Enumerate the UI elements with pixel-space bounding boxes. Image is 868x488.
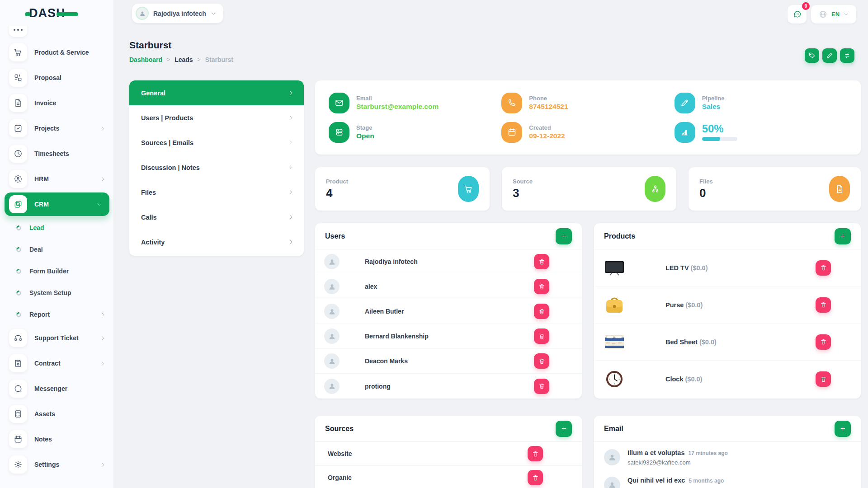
- breadcrumb-dashboard[interactable]: Dashboard: [129, 56, 162, 63]
- info-label: Email: [356, 95, 439, 102]
- tag-icon: [808, 52, 816, 59]
- product-row: Bed Sheet ($0.0): [594, 324, 861, 361]
- info-label: Stage: [356, 124, 374, 131]
- company-avatar: [136, 7, 149, 20]
- add-user-button[interactable]: [556, 228, 572, 244]
- sidebar-item-crm[interactable]: CRM: [5, 192, 109, 216]
- delete-product-button[interactable]: [816, 334, 831, 350]
- chevron-right-icon: [100, 335, 106, 341]
- donut-icon: [15, 246, 22, 253]
- email-row[interactable]: Illum a et voluptas 17 minutes ago satek…: [594, 442, 861, 469]
- trash-icon: [538, 383, 545, 389]
- delete-user-button[interactable]: [534, 379, 549, 394]
- trash-icon: [820, 264, 827, 271]
- email-title: Email: [604, 425, 623, 433]
- user-name: alex: [365, 283, 377, 290]
- lead-phone-value: 8745124521: [529, 103, 568, 111]
- chevron-right-icon: [100, 361, 106, 366]
- edit-button[interactable]: [822, 48, 837, 63]
- sidebar-item-label: Messenger: [34, 385, 67, 392]
- sidebar-scroll[interactable]: Product & Service Proposal Invoice Proje…: [0, 26, 114, 488]
- breadcrumb-leads[interactable]: Leads: [175, 56, 193, 63]
- delete-product-button[interactable]: [816, 260, 831, 276]
- chevron-right-icon: [288, 140, 294, 145]
- user-row: Deacon Marks: [315, 349, 582, 374]
- product-price: ($0.0): [685, 375, 703, 383]
- labels-button[interactable]: [805, 48, 819, 63]
- user-row: protiong: [315, 374, 582, 399]
- delete-user-button[interactable]: [534, 353, 549, 369]
- donut-icon: [15, 224, 22, 231]
- user-name: Rajodiya infotech: [365, 258, 418, 265]
- file-icon: [829, 176, 850, 202]
- company-selector[interactable]: Rajodiya infotech: [132, 4, 223, 23]
- sidebar-item-contract[interactable]: Contract: [0, 351, 114, 376]
- tab-activity[interactable]: Activity: [129, 230, 304, 254]
- language-selector[interactable]: EN: [811, 5, 856, 23]
- product-price: ($0.0): [691, 264, 708, 272]
- delete-product-button[interactable]: [816, 297, 831, 313]
- brand-logo[interactable]: DASH: [29, 6, 66, 20]
- delete-source-button[interactable]: [528, 470, 543, 485]
- user-row: Aileen Butler: [315, 299, 582, 324]
- convert-button[interactable]: [840, 48, 854, 63]
- plus-icon: [840, 425, 846, 432]
- cards-icon: [9, 195, 27, 213]
- sidebar-item-timesheets[interactable]: Timesheets: [0, 141, 114, 166]
- trash-icon: [820, 301, 827, 308]
- sidebar-item-messenger[interactable]: Messenger: [0, 376, 114, 401]
- sidebar-item-proposal[interactable]: Proposal: [0, 65, 114, 90]
- sidebar-subitem-system-setup[interactable]: System Setup: [0, 282, 114, 304]
- user-avatar: [324, 379, 340, 394]
- product-name: Clock ($0.0): [665, 375, 702, 383]
- note-calendar-icon: [9, 430, 27, 448]
- source-row: Organic: [315, 466, 582, 488]
- tab-calls[interactable]: Calls: [129, 205, 304, 230]
- sidebar-subitem-label: Form Builder: [29, 267, 69, 275]
- stat-card-product: Product 4: [315, 167, 490, 211]
- tab-users-products[interactable]: Users | Products: [129, 105, 304, 130]
- sidebar-item-settings[interactable]: Settings: [0, 452, 114, 477]
- pencil-icon: [826, 52, 833, 59]
- products-header: Products: [594, 223, 861, 249]
- product-row: LED TV ($0.0): [594, 249, 861, 286]
- sidebar-subitem-form-builder[interactable]: Form Builder: [0, 260, 114, 282]
- tab-general[interactable]: General: [129, 80, 304, 105]
- stat-value: 3: [513, 186, 533, 200]
- sidebar-item-assets[interactable]: Assets: [0, 401, 114, 427]
- stat-value: 0: [699, 186, 713, 200]
- floppy-icon: [9, 354, 27, 372]
- add-product-button[interactable]: [835, 228, 851, 244]
- messages-button[interactable]: 0: [788, 5, 807, 23]
- delete-product-button[interactable]: [816, 371, 831, 387]
- sidebar-subitem-deal[interactable]: Deal: [0, 239, 114, 260]
- info-phone: Phone 8745124521: [501, 91, 674, 114]
- product-name: Bed Sheet ($0.0): [665, 338, 717, 346]
- sidebar-item-support-ticket[interactable]: Support Ticket: [0, 325, 114, 351]
- add-source-button[interactable]: [556, 421, 572, 437]
- sidebar-item-projects[interactable]: Projects: [0, 116, 114, 141]
- tab-sources-emails[interactable]: Sources | Emails: [129, 130, 304, 155]
- tab-files[interactable]: Files: [129, 180, 304, 205]
- source-name: Website: [328, 450, 352, 457]
- tab-discussion-notes[interactable]: Discussion | Notes: [129, 155, 304, 180]
- product-image-purse: [603, 296, 626, 314]
- delete-user-button[interactable]: [534, 279, 549, 294]
- sidebar-item-invoice[interactable]: Invoice: [0, 90, 114, 116]
- delete-user-button[interactable]: [534, 328, 549, 344]
- add-email-button[interactable]: [835, 421, 851, 437]
- users-card: Users Rajodiya infotech alex Aileen Butl…: [315, 223, 582, 399]
- email-subject: Illum a et voluptas: [627, 449, 685, 456]
- trash-icon: [538, 258, 545, 265]
- sidebar-item-product-service[interactable]: Product & Service: [0, 40, 114, 65]
- sidebar-subitem-lead[interactable]: Lead: [0, 217, 114, 239]
- sidebar-subitem-report[interactable]: Report: [0, 304, 114, 325]
- delete-source-button[interactable]: [528, 446, 543, 461]
- company-name: Rajodiya infotech: [153, 10, 206, 17]
- info-progress: 50%: [675, 121, 847, 144]
- sidebar-item-hrm[interactable]: HRM: [0, 166, 114, 192]
- delete-user-button[interactable]: [534, 254, 549, 269]
- sidebar-item-notes[interactable]: Notes: [0, 427, 114, 452]
- delete-user-button[interactable]: [534, 304, 549, 319]
- email-row[interactable]: Qui nihil vel id exc 5 months ago: [594, 469, 861, 488]
